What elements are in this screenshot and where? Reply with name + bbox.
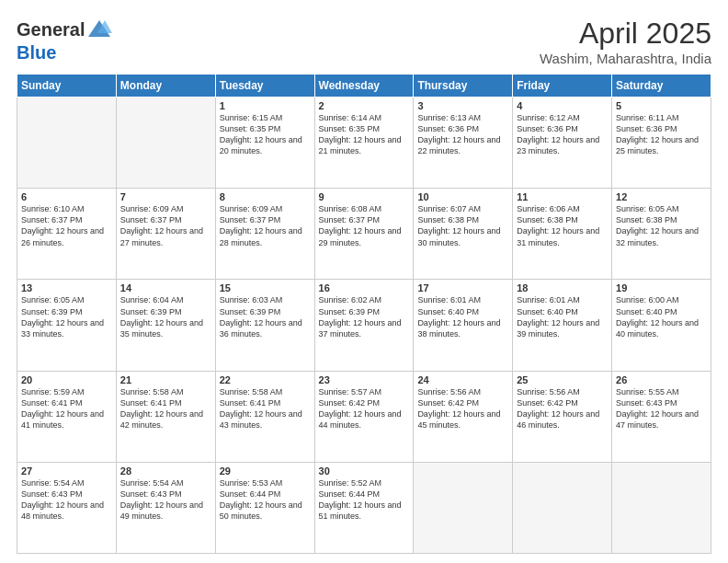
sunset-text: Sunset: 6:39 PM bbox=[120, 306, 211, 317]
sunrise-text: Sunrise: 5:59 AM bbox=[21, 386, 112, 397]
day-info: Sunrise: 6:13 AMSunset: 6:36 PMDaylight:… bbox=[417, 112, 508, 157]
daylight-text: Daylight: 12 hours and 25 minutes. bbox=[616, 134, 707, 156]
day-number: 23 bbox=[319, 374, 410, 385]
day-number: 16 bbox=[319, 282, 410, 293]
daylight-text: Daylight: 12 hours and 35 minutes. bbox=[120, 317, 211, 339]
daylight-text: Daylight: 12 hours and 48 minutes. bbox=[21, 500, 112, 522]
day-number: 22 bbox=[220, 374, 311, 385]
daylight-text: Daylight: 12 hours and 36 minutes. bbox=[220, 317, 311, 339]
sunset-text: Sunset: 6:36 PM bbox=[616, 123, 707, 134]
day-number: 24 bbox=[417, 374, 508, 385]
title-block: April 2025 Washim, Maharashtra, India bbox=[540, 17, 711, 66]
day-info: Sunrise: 5:59 AMSunset: 6:41 PMDaylight:… bbox=[21, 386, 112, 431]
day-info: Sunrise: 5:54 AMSunset: 6:43 PMDaylight:… bbox=[120, 477, 211, 523]
sunset-text: Sunset: 6:38 PM bbox=[616, 214, 707, 225]
day-info: Sunrise: 6:11 AMSunset: 6:36 PMDaylight:… bbox=[616, 112, 707, 157]
day-number: 13 bbox=[21, 282, 112, 293]
daylight-text: Daylight: 12 hours and 41 minutes. bbox=[21, 408, 112, 431]
daylight-text: Daylight: 12 hours and 37 minutes. bbox=[319, 317, 410, 339]
sunrise-text: Sunrise: 5:53 AM bbox=[220, 477, 311, 488]
day-info: Sunrise: 5:53 AMSunset: 6:44 PMDaylight:… bbox=[220, 477, 311, 523]
calendar-cell: 22Sunrise: 5:58 AMSunset: 6:41 PMDayligh… bbox=[215, 371, 314, 462]
logo-icon bbox=[86, 17, 112, 42]
sunrise-text: Sunrise: 6:04 AM bbox=[120, 294, 211, 305]
sunrise-text: Sunrise: 6:08 AM bbox=[319, 203, 410, 214]
day-number: 9 bbox=[319, 191, 410, 202]
daylight-text: Daylight: 12 hours and 21 minutes. bbox=[319, 134, 410, 156]
calendar-cell: 17Sunrise: 6:01 AMSunset: 6:40 PMDayligh… bbox=[414, 280, 513, 371]
calendar-cell: 3Sunrise: 6:13 AMSunset: 6:36 PMDaylight… bbox=[414, 98, 513, 189]
day-number: 3 bbox=[417, 100, 508, 111]
calendar-cell bbox=[612, 462, 711, 553]
calendar-week-1: 1Sunrise: 6:15 AMSunset: 6:35 PMDaylight… bbox=[17, 98, 711, 189]
sunset-text: Sunset: 6:40 PM bbox=[517, 306, 608, 317]
day-header-thursday: Thursday bbox=[414, 75, 513, 98]
day-number: 25 bbox=[517, 374, 608, 385]
day-header-saturday: Saturday bbox=[612, 75, 711, 98]
day-info: Sunrise: 6:05 AMSunset: 6:39 PMDaylight:… bbox=[21, 294, 112, 339]
sunrise-text: Sunrise: 6:05 AM bbox=[616, 203, 707, 214]
calendar-week-4: 20Sunrise: 5:59 AMSunset: 6:41 PMDayligh… bbox=[17, 371, 711, 462]
calendar-cell: 13Sunrise: 6:05 AMSunset: 6:39 PMDayligh… bbox=[17, 280, 117, 371]
sunset-text: Sunset: 6:41 PM bbox=[120, 397, 211, 408]
sunset-text: Sunset: 6:37 PM bbox=[120, 214, 211, 225]
daylight-text: Daylight: 12 hours and 26 minutes. bbox=[21, 225, 112, 247]
sunrise-text: Sunrise: 6:15 AM bbox=[220, 112, 311, 123]
day-info: Sunrise: 6:12 AMSunset: 6:36 PMDaylight:… bbox=[517, 112, 608, 157]
calendar-cell: 11Sunrise: 6:06 AMSunset: 6:38 PMDayligh… bbox=[513, 189, 612, 280]
day-header-tuesday: Tuesday bbox=[215, 75, 314, 98]
day-info: Sunrise: 6:01 AMSunset: 6:40 PMDaylight:… bbox=[417, 294, 508, 339]
daylight-text: Daylight: 12 hours and 29 minutes. bbox=[319, 225, 410, 247]
day-info: Sunrise: 6:06 AMSunset: 6:38 PMDaylight:… bbox=[517, 203, 608, 248]
day-header-friday: Friday bbox=[513, 75, 612, 98]
daylight-text: Daylight: 12 hours and 50 minutes. bbox=[220, 500, 311, 522]
calendar-cell: 23Sunrise: 5:57 AMSunset: 6:42 PMDayligh… bbox=[314, 371, 414, 462]
day-info: Sunrise: 6:09 AMSunset: 6:37 PMDaylight:… bbox=[220, 203, 311, 248]
day-number: 2 bbox=[319, 100, 410, 111]
day-number: 11 bbox=[517, 191, 608, 202]
sunrise-text: Sunrise: 6:02 AM bbox=[319, 294, 410, 305]
calendar-cell bbox=[513, 462, 612, 553]
sunrise-text: Sunrise: 6:14 AM bbox=[319, 112, 410, 123]
sunrise-text: Sunrise: 6:11 AM bbox=[616, 112, 707, 123]
sunrise-text: Sunrise: 5:54 AM bbox=[21, 477, 112, 488]
sunset-text: Sunset: 6:42 PM bbox=[319, 397, 410, 408]
sunrise-text: Sunrise: 6:09 AM bbox=[220, 203, 311, 214]
sunset-text: Sunset: 6:43 PM bbox=[120, 488, 211, 500]
day-info: Sunrise: 6:04 AMSunset: 6:39 PMDaylight:… bbox=[120, 294, 211, 339]
calendar-cell: 30Sunrise: 5:52 AMSunset: 6:44 PMDayligh… bbox=[314, 462, 414, 553]
day-info: Sunrise: 6:07 AMSunset: 6:38 PMDaylight:… bbox=[417, 203, 508, 248]
sunset-text: Sunset: 6:37 PM bbox=[21, 214, 112, 225]
sunset-text: Sunset: 6:41 PM bbox=[21, 397, 112, 408]
sunrise-text: Sunrise: 5:52 AM bbox=[319, 477, 410, 488]
daylight-text: Daylight: 12 hours and 33 minutes. bbox=[21, 317, 112, 339]
calendar-cell: 12Sunrise: 6:05 AMSunset: 6:38 PMDayligh… bbox=[612, 189, 711, 280]
sunrise-text: Sunrise: 5:55 AM bbox=[616, 386, 707, 397]
sunset-text: Sunset: 6:42 PM bbox=[517, 397, 608, 408]
sunrise-text: Sunrise: 5:54 AM bbox=[120, 477, 211, 488]
daylight-text: Daylight: 12 hours and 27 minutes. bbox=[120, 225, 211, 247]
sunset-text: Sunset: 6:41 PM bbox=[220, 397, 311, 408]
daylight-text: Daylight: 12 hours and 38 minutes. bbox=[417, 317, 508, 339]
day-number: 19 bbox=[616, 282, 707, 293]
day-info: Sunrise: 5:54 AMSunset: 6:43 PMDaylight:… bbox=[21, 477, 112, 523]
day-number: 12 bbox=[616, 191, 707, 202]
calendar-cell: 4Sunrise: 6:12 AMSunset: 6:36 PMDaylight… bbox=[513, 98, 612, 189]
sunset-text: Sunset: 6:43 PM bbox=[616, 397, 707, 408]
day-info: Sunrise: 5:58 AMSunset: 6:41 PMDaylight:… bbox=[120, 386, 211, 431]
calendar-cell: 18Sunrise: 6:01 AMSunset: 6:40 PMDayligh… bbox=[513, 280, 612, 371]
day-number: 18 bbox=[517, 282, 608, 293]
sunrise-text: Sunrise: 6:01 AM bbox=[417, 294, 508, 305]
calendar-cell: 27Sunrise: 5:54 AMSunset: 6:43 PMDayligh… bbox=[17, 462, 117, 553]
sunrise-text: Sunrise: 5:58 AM bbox=[220, 386, 311, 397]
calendar-cell: 28Sunrise: 5:54 AMSunset: 6:43 PMDayligh… bbox=[116, 462, 215, 553]
calendar-week-3: 13Sunrise: 6:05 AMSunset: 6:39 PMDayligh… bbox=[17, 280, 711, 371]
sunset-text: Sunset: 6:40 PM bbox=[417, 306, 508, 317]
calendar-cell: 14Sunrise: 6:04 AMSunset: 6:39 PMDayligh… bbox=[116, 280, 215, 371]
day-info: Sunrise: 5:55 AMSunset: 6:43 PMDaylight:… bbox=[616, 386, 707, 431]
sunset-text: Sunset: 6:36 PM bbox=[517, 123, 608, 134]
sunset-text: Sunset: 6:39 PM bbox=[220, 306, 311, 317]
calendar-cell: 5Sunrise: 6:11 AMSunset: 6:36 PMDaylight… bbox=[612, 98, 711, 189]
day-info: Sunrise: 5:57 AMSunset: 6:42 PMDaylight:… bbox=[319, 386, 410, 431]
logo-blue: Blue bbox=[17, 42, 112, 63]
